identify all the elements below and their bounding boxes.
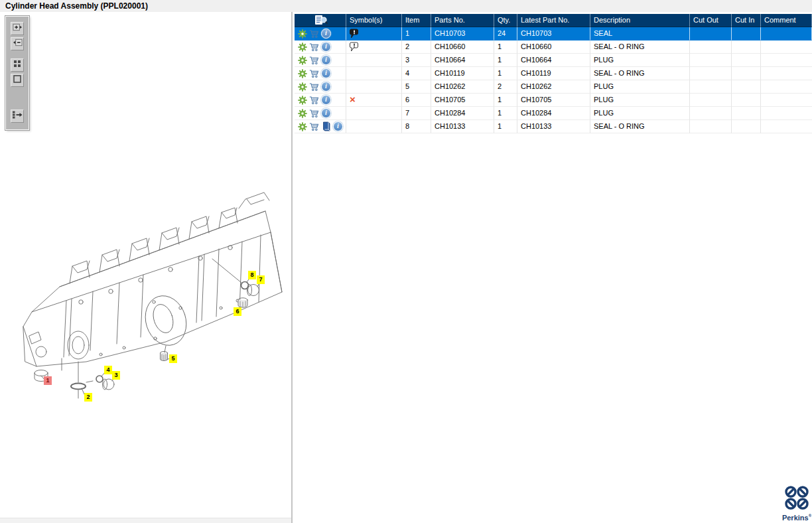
- info-icon[interactable]: [321, 55, 331, 65]
- qty-cell: 1: [494, 67, 517, 80]
- callout-8[interactable]: 8: [248, 271, 256, 279]
- column-header-symbol-s[interactable]: Symbol(s): [346, 14, 402, 27]
- gear-icon[interactable]: [297, 29, 307, 38]
- symbol-cell: [346, 54, 402, 67]
- comment-cell: [761, 27, 812, 40]
- cut-in-cell: [732, 107, 761, 120]
- description-cell: SEAL: [590, 27, 690, 40]
- zoom-out-button[interactable]: [11, 37, 24, 50]
- table-body: 1CH1070324CH10703SEAL2CH106601CH10660SEA…: [295, 27, 812, 133]
- cart-icon[interactable]: [309, 55, 319, 65]
- column-header-latest-part-no[interactable]: Latest Part No.: [517, 14, 590, 27]
- item-cell: 1: [402, 27, 431, 40]
- brand-logo: Perkins®: [781, 485, 812, 522]
- cut-out-cell: [690, 80, 732, 94]
- description-cell: PLUG: [590, 54, 690, 67]
- cart-icon[interactable]: [309, 121, 319, 131]
- parts-no-cell: CH10133: [431, 120, 494, 133]
- qty-cell: 2: [494, 80, 517, 94]
- book-icon[interactable]: [321, 121, 331, 131]
- column-header-actions[interactable]: [295, 14, 346, 27]
- info-icon[interactable]: [321, 29, 331, 38]
- document-search-icon: [314, 15, 328, 26]
- cut-in-cell: [732, 120, 761, 133]
- cart-icon[interactable]: [309, 108, 319, 118]
- callout-5[interactable]: 5: [169, 354, 177, 363]
- toggle-panel-button[interactable]: [11, 110, 24, 123]
- column-header-cut-out[interactable]: Cut Out: [690, 14, 732, 27]
- cut-in-cell: [732, 27, 761, 40]
- table-row[interactable]: 8CH101331CH10133SEAL - O RING: [295, 120, 812, 133]
- parts-table: Symbol(s)ItemParts No.Qty.Latest Part No…: [295, 14, 812, 133]
- info-icon[interactable]: [321, 82, 331, 92]
- cart-icon[interactable]: [309, 95, 319, 105]
- callout-6[interactable]: 6: [234, 307, 241, 316]
- gear-icon[interactable]: [297, 42, 307, 52]
- gear-icon[interactable]: [297, 82, 307, 92]
- column-header-parts-no[interactable]: Parts No.: [431, 14, 494, 27]
- table-row[interactable]: 2CH106601CH10660SEAL - O RING: [295, 40, 812, 54]
- column-header-cut-in[interactable]: Cut In: [732, 14, 761, 27]
- cart-icon[interactable]: [309, 42, 319, 52]
- zoom-out-icon: [13, 38, 23, 50]
- symbol-cell: [346, 80, 402, 94]
- toggle-panel-icon: [12, 110, 23, 122]
- column-header-qty[interactable]: Qty.: [494, 14, 517, 27]
- latest-part-no-cell: CH10133: [517, 120, 590, 133]
- table-row[interactable]: 7CH102841CH10284PLUG: [295, 107, 812, 120]
- callout-3[interactable]: 3: [112, 371, 120, 380]
- symbol-cell: [346, 107, 402, 120]
- column-header-description[interactable]: Description: [590, 14, 690, 27]
- diagram-panel[interactable]: 12345678: [0, 12, 293, 523]
- info-icon[interactable]: [321, 42, 331, 52]
- info-icon[interactable]: [321, 68, 331, 78]
- table-row[interactable]: ×6CH107051CH10705PLUG: [295, 94, 812, 107]
- callout-2[interactable]: 2: [84, 393, 92, 402]
- column-header-comment[interactable]: Comment: [761, 14, 812, 27]
- parts-no-cell: CH10703: [431, 27, 494, 40]
- cut-in-cell: [732, 80, 761, 94]
- cut-in-cell: [732, 94, 761, 107]
- callout-7[interactable]: 7: [257, 275, 265, 284]
- cart-icon[interactable]: [309, 68, 319, 78]
- info-icon[interactable]: [333, 121, 343, 131]
- cut-in-cell: [732, 54, 761, 67]
- symbol-cell: [346, 40, 402, 54]
- item-cell: 6: [402, 94, 431, 107]
- callout-1[interactable]: 1: [44, 376, 52, 385]
- gear-icon[interactable]: [297, 55, 307, 65]
- description-cell: PLUG: [590, 80, 690, 94]
- qty-cell: 1: [494, 54, 517, 67]
- cut-out-cell: [690, 40, 732, 54]
- fit-view-button[interactable]: [11, 74, 24, 87]
- latest-part-no-cell: CH10119: [517, 67, 590, 80]
- latest-part-no-cell: CH10660: [517, 40, 590, 54]
- column-header-item[interactable]: Item: [402, 14, 431, 27]
- description-cell: SEAL - O RING: [590, 67, 690, 80]
- item-cell: 3: [402, 54, 431, 67]
- zoom-in-button[interactable]: [11, 22, 24, 35]
- diagram-horizontal-scrollbar[interactable]: [0, 518, 291, 523]
- item-cell: 7: [402, 107, 431, 120]
- cart-icon[interactable]: [309, 82, 319, 92]
- gear-icon[interactable]: [297, 121, 307, 131]
- table-row[interactable]: 1CH1070324CH10703SEAL: [295, 27, 812, 40]
- gear-icon[interactable]: [297, 68, 307, 78]
- note-filled-icon: [350, 27, 359, 39]
- gear-icon[interactable]: [297, 95, 307, 105]
- gear-icon[interactable]: [297, 108, 307, 118]
- callout-4[interactable]: 4: [104, 366, 112, 374]
- description-cell: SEAL - O RING: [590, 40, 690, 54]
- comment-cell: [761, 67, 812, 80]
- table-row[interactable]: 4CH101191CH10119SEAL - O RING: [295, 67, 812, 80]
- comment-cell: [761, 40, 812, 54]
- tile-view-icon: [13, 59, 22, 71]
- table-row[interactable]: 5CH102622CH10262PLUG: [295, 80, 812, 94]
- table-row[interactable]: 3CH106641CH10664PLUG: [295, 54, 812, 67]
- cart-icon[interactable]: [309, 29, 319, 38]
- comment-cell: [761, 80, 812, 94]
- row-actions: [295, 67, 346, 80]
- info-icon[interactable]: [321, 95, 331, 105]
- info-icon[interactable]: [321, 108, 331, 118]
- tile-view-button[interactable]: [11, 58, 24, 72]
